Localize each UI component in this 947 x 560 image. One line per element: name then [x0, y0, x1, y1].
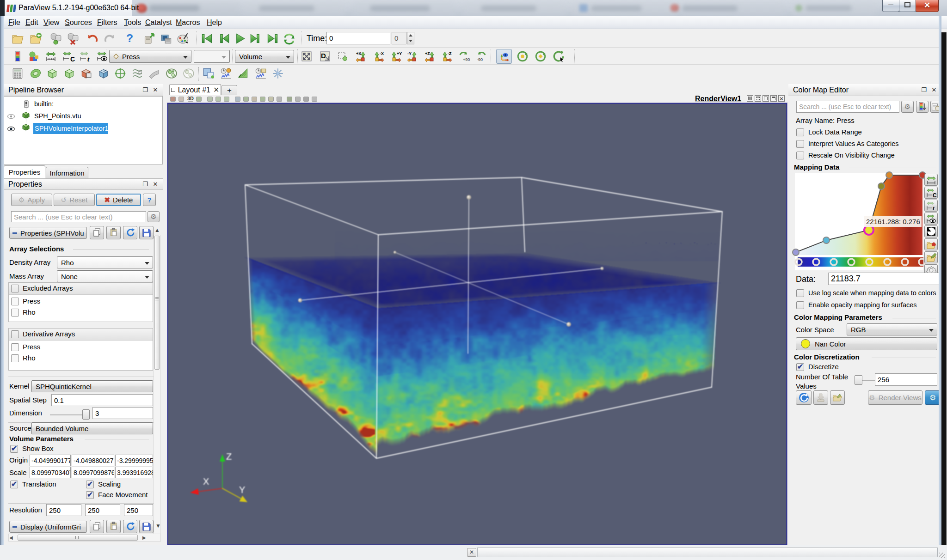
svg-text:+Z: +Z [425, 51, 430, 56]
svg-text:D: D [321, 52, 326, 60]
svg-text:22161.288: 0.276: 22161.288: 0.276 [866, 218, 920, 225]
svg-text:+90: +90 [463, 57, 470, 62]
svg-text:t: t [87, 55, 90, 63]
svg-text:C: C [70, 55, 75, 63]
svg-text:C: C [933, 192, 937, 199]
svg-text:+X: +X [356, 51, 361, 56]
svg-text:-Y: -Y [407, 51, 412, 56]
svg-text:+Y: +Y [397, 51, 402, 56]
svg-text:-90: -90 [477, 57, 483, 62]
svg-text:-X: -X [380, 51, 384, 56]
svg-text:-Z: -Z [448, 51, 452, 56]
svg-text:t: t [933, 205, 935, 212]
svg-text:?: ? [126, 32, 133, 44]
